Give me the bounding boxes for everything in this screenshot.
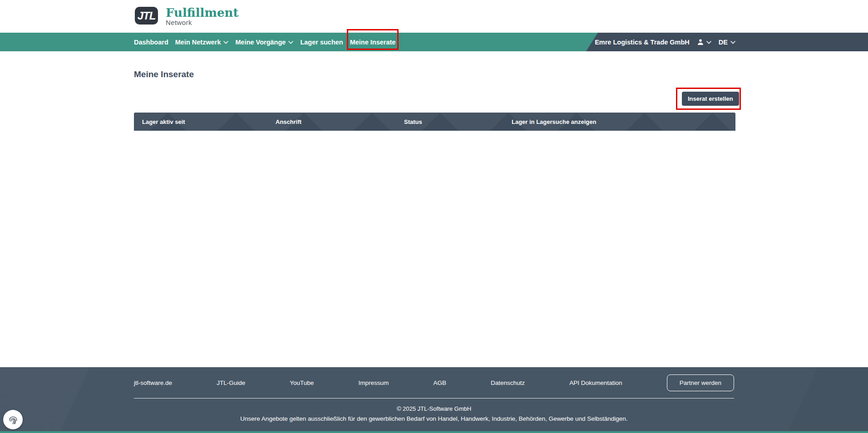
nav-item-label: Meine Vorgänge [235, 39, 286, 46]
copyright-text: © 2025 JTL-Software GmbH [0, 405, 868, 412]
footer-divider [134, 398, 734, 399]
nav-item-mein-netzwerk[interactable]: Mein Netzwerk [175, 33, 229, 51]
inserat-erstellen-button[interactable]: Inserat erstellen [682, 92, 739, 106]
footer-accent-strip [0, 431, 868, 433]
chevron-down-icon [706, 41, 711, 44]
fingerprint-icon [8, 415, 18, 425]
nav-item-lager-suchen[interactable]: Lager suchen [300, 33, 343, 51]
main-navbar: Dashboard Mein Netzwerk Meine Vorgänge L… [0, 33, 868, 51]
nav-item-label: Dashboard [134, 39, 168, 46]
column-header-lagersuche-anzeigen: Lager in Lagersuche anzeigen [512, 113, 596, 131]
nav-account-area: Emre Logistics & Trade GmbH DE [595, 33, 735, 51]
footer-link-impressum[interactable]: Impressum [359, 379, 389, 386]
top-header: JTL Fulfillment Network [0, 0, 868, 33]
nav-item-label: Mein Netzwerk [175, 39, 221, 46]
account-menu[interactable] [697, 39, 711, 45]
user-icon [697, 39, 704, 45]
brand-text: Fulfillment Network [166, 7, 238, 27]
company-name: Emre Logistics & Trade GmbH [595, 39, 690, 46]
language-selector[interactable]: DE [719, 39, 735, 46]
footer-link-youtube[interactable]: YouTube [290, 379, 314, 386]
footer-link-datenschutz[interactable]: Datenschutz [491, 379, 525, 386]
footer-link-jtl-guide[interactable]: JTL-Guide [217, 379, 245, 386]
nav-item-meine-inserate[interactable]: Meine Inserate [350, 33, 396, 51]
footer-link-jtl-software[interactable]: jtl-software.de [134, 379, 172, 386]
nav-item-label: Meine Inserate [350, 39, 396, 46]
brand-logo[interactable]: JTL Fulfillment Network [135, 7, 238, 27]
app-root: JTL Fulfillment Network Dashboard Mein N… [0, 0, 868, 433]
partner-werden-button[interactable]: Partner werden [667, 374, 734, 391]
brand-name: Fulfillment [166, 7, 238, 19]
column-header-status: Status [404, 113, 422, 131]
nav-menu: Dashboard Mein Netzwerk Meine Vorgänge L… [134, 33, 395, 51]
nav-item-meine-vorgaenge[interactable]: Meine Vorgänge [235, 33, 293, 51]
column-header-anschrift: Anschrift [276, 113, 301, 131]
inserate-table-header: Lager aktiv seit Anschrift Status Lager … [134, 113, 735, 131]
disclaimer-text: Unsere Angebote gelten ausschließlich fü… [0, 415, 868, 422]
chevron-down-icon [288, 41, 293, 44]
chevron-down-icon [730, 41, 735, 44]
footer-link-api-dokumentation[interactable]: API Dokumentation [569, 379, 622, 386]
brand-subtitle: Network [166, 19, 238, 27]
nav-item-label: Lager suchen [300, 39, 343, 46]
footer-link-agb[interactable]: AGB [433, 379, 446, 386]
footer: jtl-software.de JTL-Guide YouTube Impres… [0, 367, 868, 433]
page-title: Meine Inserate [134, 69, 194, 79]
language-code: DE [719, 39, 728, 46]
nav-item-dashboard[interactable]: Dashboard [134, 33, 168, 51]
privacy-settings-button[interactable] [3, 410, 23, 429]
chevron-down-icon [223, 41, 228, 44]
footer-links: jtl-software.de JTL-Guide YouTube Impres… [134, 373, 734, 392]
jtl-logo-icon: JTL [135, 7, 158, 25]
column-header-lager-aktiv-seit: Lager aktiv seit [142, 113, 185, 131]
